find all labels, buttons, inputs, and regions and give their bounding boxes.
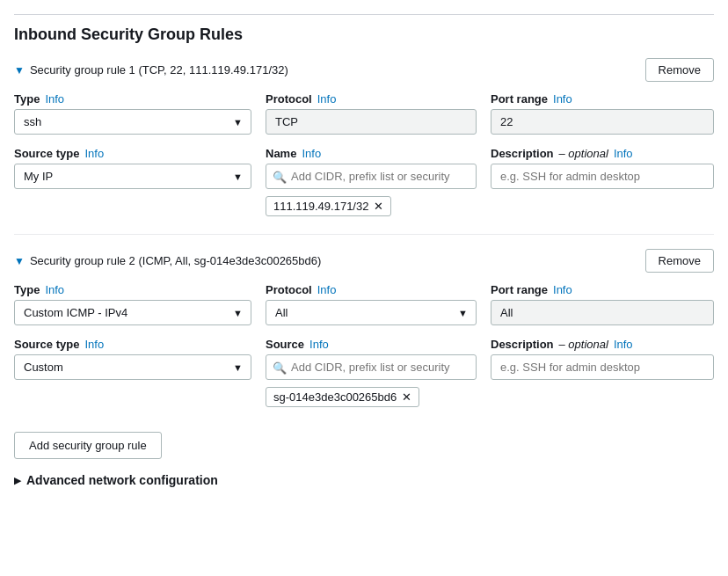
rule-2-header-left: ▼ Security group rule 2 (ICMP, All, sg-0… [14,254,321,267]
rule-1-source-type-select[interactable]: My IP [14,164,251,189]
rule-2-type-info[interactable]: Info [45,283,64,296]
rule-1-type-info[interactable]: Info [45,92,64,106]
rule-1-name-info[interactable]: Info [302,147,321,160]
rule-2-type-group: Type Info Custom ICMP - IPv4 ▼ [14,283,251,325]
rule-1-name-input[interactable] [266,164,477,189]
rule-1-desc-info[interactable]: Info [614,147,633,160]
rule-2-source-type-group: Source type Info Custom ▼ [14,338,251,407]
rule-2-source-type-select-wrapper: Custom ▼ [14,354,251,380]
rule-1-header-left: ▼ Security group rule 1 (TCP, 22, 111.11… [14,63,288,77]
rule-2-header: ▼ Security group rule 2 (ICMP, All, sg-0… [14,249,714,273]
rule-2-protocol-info[interactable]: Info [317,283,337,296]
rule-2-source-type-info[interactable]: Info [84,338,104,351]
add-rule-section: Add security group rule [14,425,714,473]
rule-1-type-select-wrapper: ssh ▼ [14,109,251,135]
rule-1-source-type-info[interactable]: Info [84,147,104,160]
advanced-arrow-icon: ▶ [14,475,21,486]
advanced-network-section[interactable]: ▶ Advanced network configuration [14,473,714,487]
rule-1-row-1: Type Info ssh ▼ Protocol Info Port range… [14,92,714,135]
rule-1-desc-optional: – optional [559,147,608,160]
rule-2-protocol-select-wrapper: All ▼ [266,300,477,325]
rule-1-tag-row: 111.119.49.171/32 ✕ [266,196,477,216]
rule-2-port-label: Port range Info [491,283,714,296]
rule-1-protocol-input [266,109,477,135]
rule-1-desc-label: Description – optional Info [491,147,714,160]
rule-2-type-label: Type Info [14,283,251,296]
rule-1-desc-group: Description – optional Info [491,147,714,216]
rule-2-source-group: Source Info 🔍 sg-014e3de3c00265bd6 ✕ [266,338,477,407]
rule-1-protocol-group: Protocol Info [266,92,477,135]
rule-1-chevron[interactable]: ▼ [14,64,25,77]
rule-1-port-label: Port range Info [491,92,714,106]
rule-1-name-label: Name Info [266,147,477,160]
rule-2-protocol-select[interactable]: All [266,300,477,325]
rule-2-desc-input[interactable] [491,354,714,380]
page-title: Inbound Security Group Rules [14,14,714,44]
rule-1-row-2: Source type Info My IP ▼ Name Info 🔍 [14,147,714,216]
rule-2-port-info[interactable]: Info [553,283,572,296]
rule-2-section: ▼ Security group rule 2 (ICMP, All, sg-0… [14,249,714,407]
rule-1-protocol-label: Protocol Info [266,92,477,106]
rule-1-protocol-info[interactable]: Info [317,92,337,106]
rule-2-title: Security group rule 2 (ICMP, All, sg-014… [30,254,321,267]
rule-1-type-label: Type Info [14,92,251,106]
rule-2-source-type-label: Source type Info [14,338,251,351]
rule-2-protocol-group: Protocol Info All ▼ [266,283,477,325]
rule-2-port-group: Port range Info [491,283,714,325]
rule-1-desc-input[interactable] [491,164,714,189]
rule-2-type-select-wrapper: Custom ICMP - IPv4 ▼ [14,300,251,325]
rule-2-tag-row: sg-014e3de3c00265bd6 ✕ [266,387,477,407]
rule-2-desc-optional: – optional [559,338,608,351]
rule-2-tag-value: sg-014e3de3c00265bd6 [273,390,397,404]
rule-1-tag-remove[interactable]: ✕ [374,201,383,212]
rule-2-source-info[interactable]: Info [309,338,329,351]
rule-2-source-type-select[interactable]: Custom [14,354,251,380]
rule-1-name-group: Name Info 🔍 111.119.49.171/32 ✕ [266,147,477,216]
rule-1-source-type-label: Source type Info [14,147,251,160]
rule-1-name-input-wrapper: 🔍 [266,164,477,189]
rule-2-source-input[interactable] [266,354,477,380]
rule-1-source-type-select-wrapper: My IP ▼ [14,164,251,189]
rule-2-remove-button[interactable]: Remove [645,249,714,273]
rule-1-title: Security group rule 1 (TCP, 22, 111.119.… [30,63,288,77]
rule-1-section: ▼ Security group rule 1 (TCP, 22, 111.11… [14,58,714,216]
rule-1-type-select[interactable]: ssh [14,109,251,135]
rule-1-type-group: Type Info ssh ▼ [14,92,251,135]
rule-2-protocol-label: Protocol Info [266,283,477,296]
add-security-group-rule-button[interactable]: Add security group rule [14,432,162,459]
rule-1-port-info[interactable]: Info [553,92,572,106]
advanced-network-label: Advanced network configuration [26,473,218,487]
rule-1-source-type-group: Source type Info My IP ▼ [14,147,251,216]
rule-1-header: ▼ Security group rule 1 (TCP, 22, 111.11… [14,58,714,82]
rule-2-source-input-wrapper: 🔍 [266,354,477,380]
rule-2-port-input [491,300,714,325]
rule-2-chevron[interactable]: ▼ [14,255,25,267]
rule-2-row-1: Type Info Custom ICMP - IPv4 ▼ Protocol … [14,283,714,325]
rule-2-tag-remove[interactable]: ✕ [402,391,411,403]
rule-1-port-group: Port range Info [491,92,714,135]
rule-2-desc-label: Description – optional Info [491,338,714,351]
rule-1-tag-value: 111.119.49.171/32 [273,200,368,213]
rule-1-tag-item: 111.119.49.171/32 ✕ [266,196,391,216]
rule-1-port-input [491,109,714,135]
rule-1-remove-button[interactable]: Remove [645,58,714,82]
rule-2-type-select[interactable]: Custom ICMP - IPv4 [14,300,251,325]
rule-2-row-2: Source type Info Custom ▼ Source Info 🔍 [14,338,714,407]
rule-divider [14,234,714,235]
rule-2-tag-item: sg-014e3de3c00265bd6 ✕ [266,387,419,407]
rule-2-source-label: Source Info [266,338,477,351]
rule-2-desc-info[interactable]: Info [614,338,633,351]
rule-2-desc-group: Description – optional Info [491,338,714,407]
